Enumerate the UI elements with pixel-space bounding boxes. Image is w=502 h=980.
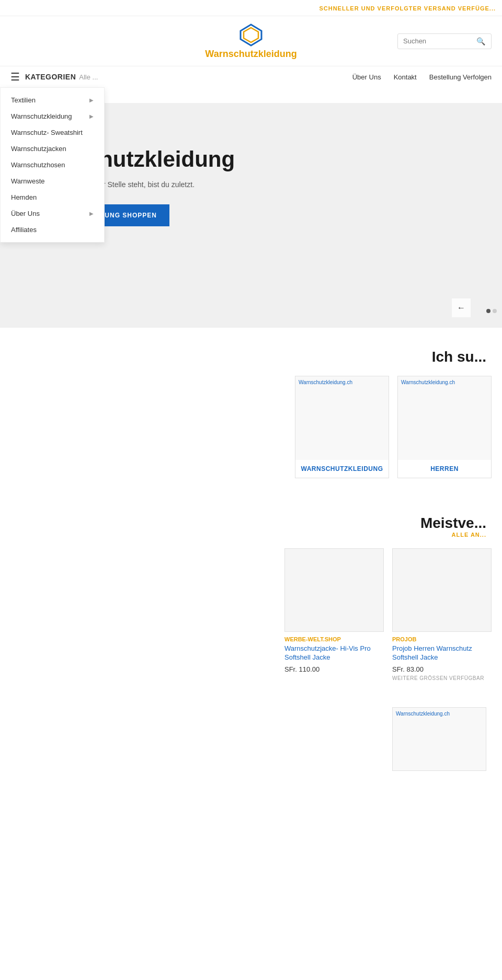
product-brand-1: WERBE-WELT.SHOP <box>284 636 384 642</box>
bottom-product-card[interactable]: Warnschutzkleidung.ch <box>392 707 486 771</box>
card-logo: Warnschutzkleidung.ch <box>401 379 455 385</box>
hero-prev-button[interactable]: ← <box>452 298 471 317</box>
bottom-product-logo: Warnschutzkleidung.ch <box>396 711 450 717</box>
product-price-2: SFr. 83.00 <box>392 665 492 673</box>
meistverkauft-section: Meistve... ALLE AN... WERBE-WELT.SHOP Wa… <box>0 499 502 697</box>
card-warnschutzkleidung-label: WARNSCHUTZKLEIDUNG <box>295 460 389 478</box>
ich-suche-cards: Warnschutzkleidung.ch WARNSCHUTZKLEIDUNG… <box>10 376 492 478</box>
ich-suche-title: Ich su... <box>10 349 492 365</box>
dropdown-item-ueber-uns[interactable]: Über Uns ▶ <box>1 205 104 222</box>
dropdown-item-hemden[interactable]: Hemden <box>1 189 104 205</box>
product-img-2 <box>392 548 492 632</box>
hero-dot-1[interactable] <box>486 309 490 313</box>
dropdown-arrow-icon: ▶ <box>89 113 94 119</box>
hamburger-icon[interactable]: ☰ <box>10 71 20 83</box>
header: Warnschutzkleidung 🔍 <box>0 16 502 66</box>
top-banner: SCHNELLER UND VERFOLGTER VERSAND VERFÜGE… <box>0 0 502 16</box>
card-warnschutzkleidung-img: Warnschutzkleidung.ch <box>295 376 389 460</box>
banner-text: SCHNELLER UND VERFOLGTER VERSAND VERFÜGE… <box>319 5 496 11</box>
product-item-1[interactable]: WERBE-WELT.SHOP Warnschutzjacke- Hi-Vis … <box>284 548 384 681</box>
dropdown-item-affiliates[interactable]: Affiliates <box>1 222 104 238</box>
meistverkauft-title: Meistve... <box>420 515 486 532</box>
nav-alle[interactable]: Alle ... <box>79 73 98 81</box>
dropdown-arrow-icon: ▶ <box>89 211 94 216</box>
product-sizes-2: WEITERE GRÖSSEN VERFÜGBAR <box>392 675 492 681</box>
product-name-1: Warnschutzjacke- Hi-Vis Pro Softshell Ja… <box>284 644 384 662</box>
products-grid: WERBE-WELT.SHOP Warnschutzjacke- Hi-Vis … <box>10 548 492 681</box>
arrow-left-icon: ← <box>457 303 465 313</box>
nav-bestellung[interactable]: Bestellung Verfolgen <box>429 67 492 87</box>
card-herren-img: Warnschutzkleidung.ch <box>398 376 491 460</box>
nav-links: Über Uns Kontakt Bestellung Verfolgen <box>352 67 492 87</box>
product-price-1: SFr. 110.00 <box>284 665 384 673</box>
nav-kontakt[interactable]: Kontakt <box>394 67 417 87</box>
dropdown-item-sweatshirt[interactable]: Warnschutz- Sweatshirt <box>1 124 104 141</box>
search-input[interactable] <box>403 37 476 45</box>
meistverkauft-alle-link[interactable]: ALLE AN... <box>452 532 486 538</box>
card-herren-label: HERREN <box>398 460 491 478</box>
dropdown-item-warnschutzkleidung[interactable]: Warnschutzkleidung ▶ <box>1 108 104 124</box>
dropdown-item-warnschutzhosen[interactable]: Warnschutzhosen <box>1 157 104 173</box>
logo[interactable]: Warnschutzkleidung <box>205 22 296 60</box>
ich-suche-section: Ich su... Warnschutzkleidung.ch WARNSCHU… <box>0 328 502 499</box>
product-brand-2: PROJOB <box>392 636 492 642</box>
logo-icon <box>238 22 264 48</box>
card-warnschutzkleidung[interactable]: Warnschutzkleidung.ch WARNSCHUTZKLEIDUNG <box>295 376 389 478</box>
bottom-product-img: Warnschutzkleidung.ch <box>393 708 486 770</box>
logo-text: Warnschutzkleidung <box>205 49 296 60</box>
dropdown-menu: Textilien ▶ Warnschutzkleidung ▶ Warnsch… <box>0 87 105 243</box>
kategorien-label: KATEGORIEN <box>25 66 76 87</box>
product-name-2: Projob Herren Warnschutz Softshell Jacke <box>392 644 492 662</box>
bottom-section: Warnschutzkleidung.ch <box>0 697 502 781</box>
meistverkauft-header: Meistve... ALLE AN... <box>10 515 492 538</box>
dropdown-arrow-icon: ▶ <box>89 97 94 103</box>
hero-dot-2[interactable] <box>493 309 497 313</box>
nav-ueber-uns[interactable]: Über Uns <box>352 67 381 87</box>
search-icon[interactable]: 🔍 <box>476 37 485 45</box>
product-img-1 <box>284 548 384 632</box>
dropdown-item-warnschutzjacken[interactable]: Warnschutzjacken <box>1 141 104 157</box>
card-logo: Warnschutzkleidung.ch <box>299 379 352 385</box>
dropdown-item-textilien[interactable]: Textilien ▶ <box>1 92 104 108</box>
hero-dots <box>486 309 497 313</box>
svg-marker-1 <box>244 28 258 42</box>
nav-bar: ☰ KATEGORIEN Alle ... Über Uns Kontakt B… <box>0 66 502 87</box>
dropdown-item-warnweste[interactable]: Warnweste <box>1 173 104 189</box>
card-herren[interactable]: Warnschutzkleidung.ch HERREN <box>397 376 492 478</box>
search-bar[interactable]: 🔍 <box>397 33 492 49</box>
product-item-2[interactable]: PROJOB Projob Herren Warnschutz Softshel… <box>392 548 492 681</box>
